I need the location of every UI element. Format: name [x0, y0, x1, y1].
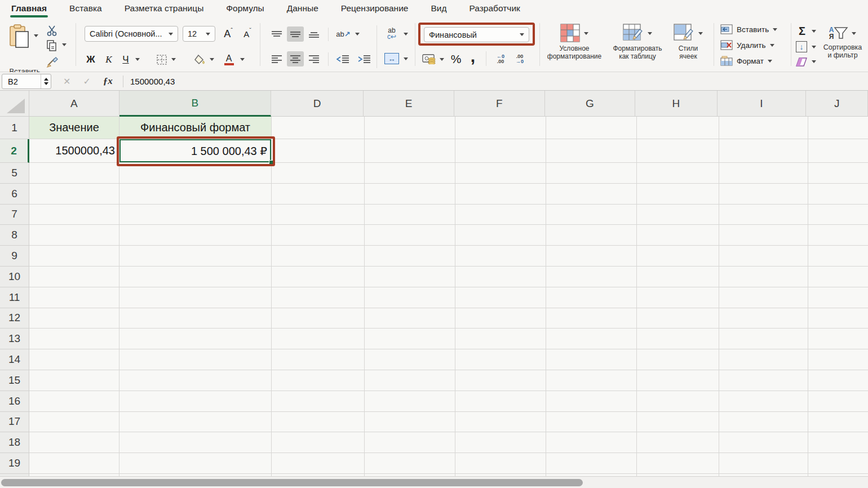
decrease-indent-button[interactable] — [334, 51, 352, 66]
cell-G15[interactable] — [546, 370, 637, 391]
autosum-button[interactable]: Σ — [795, 24, 809, 38]
cell-A17[interactable] — [29, 412, 119, 433]
cell-G5[interactable] — [546, 163, 637, 184]
cell-F9[interactable] — [455, 246, 546, 267]
cell-H12[interactable] — [637, 308, 719, 329]
cell-H13[interactable] — [637, 329, 719, 349]
cell-styles-button[interactable]: Стилиячеек — [668, 22, 708, 60]
cell-F5[interactable] — [455, 163, 546, 184]
column-header-B[interactable]: B — [119, 91, 271, 117]
paste-dropdown-chevron[interactable] — [34, 34, 38, 37]
cell-D10[interactable] — [272, 267, 365, 287]
cell-E9[interactable] — [365, 246, 455, 267]
row-header-19[interactable]: 19 — [0, 453, 29, 474]
cell-I8[interactable] — [719, 225, 808, 246]
cell-E10[interactable] — [365, 267, 455, 287]
autosum-chevron[interactable] — [812, 30, 816, 33]
cell-F19[interactable] — [455, 453, 546, 474]
row-header-12[interactable]: 12 — [0, 308, 29, 329]
cell-G11[interactable] — [546, 287, 637, 308]
row-header-7[interactable]: 7 — [0, 205, 29, 225]
cell-F10[interactable] — [455, 267, 546, 287]
cell-A9[interactable] — [29, 246, 119, 267]
cell-E5[interactable] — [365, 163, 455, 184]
font-color-button[interactable]: А — [221, 50, 237, 68]
cell-E12[interactable] — [365, 308, 455, 329]
cell-F15[interactable] — [455, 370, 546, 391]
borders-button[interactable] — [154, 52, 169, 67]
cell-E2[interactable] — [365, 139, 455, 163]
row-header-6[interactable]: 6 — [0, 184, 29, 205]
font-color-chevron[interactable] — [240, 58, 245, 61]
cell-H9[interactable] — [637, 246, 719, 267]
column-header-I[interactable]: I — [718, 91, 807, 117]
cell-G7[interactable] — [546, 205, 637, 225]
cell-E15[interactable] — [365, 370, 455, 391]
cell-D15[interactable] — [272, 370, 365, 391]
cell-E1[interactable] — [365, 117, 455, 139]
copy-button[interactable] — [45, 39, 59, 52]
italic-button[interactable]: К — [101, 51, 116, 68]
cell-E6[interactable] — [365, 184, 455, 205]
row-header-16[interactable]: 16 — [0, 391, 29, 412]
ribbon-tab-1[interactable]: Главная — [10, 0, 48, 19]
cell-B18[interactable] — [119, 432, 272, 453]
paste-button[interactable] — [7, 23, 32, 49]
cell-H6[interactable] — [637, 184, 719, 205]
clear-chevron[interactable] — [812, 60, 816, 63]
conditional-formatting-button[interactable]: Условноеформатирование — [542, 22, 606, 60]
clear-button[interactable] — [794, 55, 809, 69]
cell-G2[interactable] — [546, 139, 637, 163]
fill-color-chevron[interactable] — [210, 58, 214, 61]
cell-J18[interactable] — [808, 432, 868, 453]
row-header-18[interactable]: 18 — [0, 432, 29, 453]
shrink-font-button[interactable]: Аˇ — [239, 26, 256, 42]
enter-icon[interactable]: ✓ — [83, 76, 90, 87]
copy-dropdown-chevron[interactable] — [62, 43, 67, 46]
wrap-text-chevron[interactable] — [404, 33, 408, 36]
cell-J17[interactable] — [808, 412, 868, 433]
cell-J10[interactable] — [808, 267, 868, 287]
cell-I15[interactable] — [719, 370, 808, 391]
cell-A2[interactable]: 1500000,43 — [29, 139, 119, 163]
ribbon-tab-7[interactable]: Вид — [429, 0, 448, 19]
cell-G6[interactable] — [546, 184, 637, 205]
cell-A7[interactable] — [29, 205, 119, 225]
cell-B5[interactable] — [119, 163, 272, 184]
cut-button[interactable] — [45, 24, 59, 37]
align-center-button[interactable] — [287, 51, 304, 66]
cell-G17[interactable] — [546, 412, 637, 433]
cell-I2[interactable] — [719, 139, 808, 163]
cell-D7[interactable] — [272, 205, 365, 225]
cell-B19[interactable] — [119, 453, 272, 474]
cell-I10[interactable] — [719, 267, 808, 287]
cell-A6[interactable] — [29, 184, 119, 205]
cell-E18[interactable] — [365, 432, 455, 453]
cell-G8[interactable] — [546, 225, 637, 246]
cell-I13[interactable] — [719, 329, 808, 349]
accounting-format-button[interactable] — [422, 52, 437, 66]
cell-J14[interactable] — [808, 349, 868, 370]
cell-F6[interactable] — [455, 184, 546, 205]
comma-style-button[interactable]: , — [467, 47, 479, 66]
cell-E7[interactable] — [365, 205, 455, 225]
cell-A13[interactable] — [29, 329, 119, 349]
bold-button[interactable]: Ж — [83, 51, 98, 68]
cell-D16[interactable] — [272, 391, 365, 412]
row-header-17[interactable]: 17 — [0, 412, 29, 433]
cell-H7[interactable] — [637, 205, 719, 225]
row-header-14[interactable]: 14 — [0, 349, 29, 370]
cell-B2[interactable]: 1 500 000,43 ₽ — [119, 139, 272, 163]
align-top-button[interactable] — [268, 26, 285, 42]
cell-E14[interactable] — [365, 349, 455, 370]
cell-B9[interactable] — [119, 246, 272, 267]
cell-H1[interactable] — [637, 117, 719, 139]
align-bottom-button[interactable] — [305, 26, 322, 42]
grow-font-button[interactable]: Аˆ — [220, 26, 237, 42]
cell-G12[interactable] — [546, 308, 637, 329]
accounting-chevron[interactable] — [440, 58, 444, 61]
format-painter-button[interactable] — [45, 55, 60, 69]
cell-H18[interactable] — [637, 432, 719, 453]
column-header-A[interactable]: A — [29, 91, 119, 117]
column-header-J[interactable]: J — [806, 91, 868, 117]
